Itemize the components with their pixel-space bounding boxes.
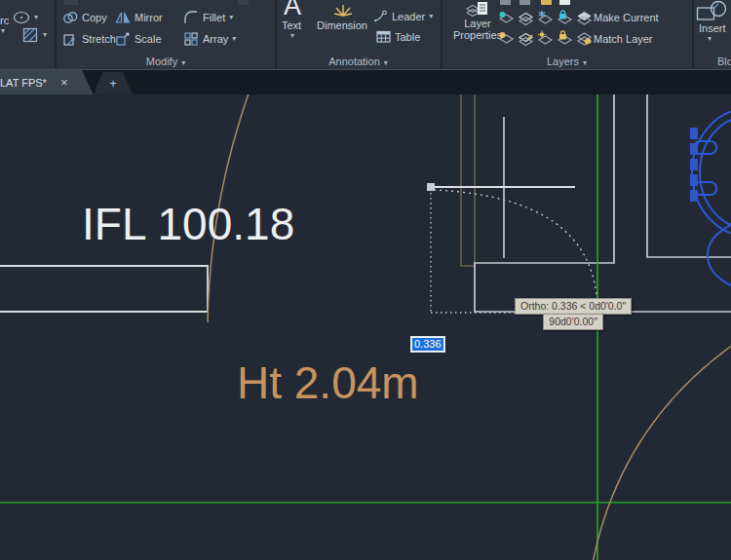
fillet-label: Fillet bbox=[203, 12, 225, 23]
stretch-button[interactable]: Stretch bbox=[62, 31, 116, 47]
layer-freeze-icon[interactable] bbox=[537, 10, 554, 26]
scale-button[interactable]: Scale bbox=[115, 31, 162, 47]
chevron-down-icon[interactable]: ▾ bbox=[229, 14, 233, 21]
drawing-tab-active[interactable]: LAT FPS* × bbox=[0, 70, 94, 94]
layer-on-icon[interactable] bbox=[498, 10, 515, 26]
leader-icon bbox=[372, 10, 388, 22]
array-label: Array bbox=[203, 33, 228, 45]
fillet-button[interactable]: Fillet ▾ bbox=[183, 10, 233, 25]
mirror-button[interactable]: Mirror bbox=[115, 10, 163, 25]
panel-draw-partial: rc ▾ ▾ ▾ bbox=[0, 0, 55, 70]
leader-button[interactable]: Leader ▾ bbox=[372, 10, 433, 22]
panel-annotation: A Text ▾ Dimension Leader ▾ Table Annota… bbox=[276, 0, 441, 70]
annotation-panel-label[interactable]: Annotation▾ bbox=[276, 56, 441, 67]
make-current-button[interactable]: Make Current bbox=[594, 12, 659, 23]
block-panel-label[interactable]: Blo bbox=[694, 56, 731, 67]
table-label: Table bbox=[395, 31, 420, 43]
drawing-canvas[interactable]: IFL 100.18 Ht 2.04m 0.336 Ortho: 0.336 <… bbox=[0, 94, 731, 560]
match-layer-icon[interactable] bbox=[576, 30, 593, 47]
layer-unlock-icon[interactable] bbox=[557, 30, 573, 47]
revision-cloud-button[interactable]: ▾ bbox=[13, 11, 38, 24]
text-button[interactable]: Text bbox=[282, 19, 301, 31]
grip-square[interactable] bbox=[427, 183, 435, 191]
array-icon bbox=[183, 31, 199, 47]
cut-icon-fragment bbox=[64, 0, 78, 5]
layer-pencil-icon[interactable] bbox=[518, 30, 534, 47]
panel-modify: Copy Mirror Fillet ▾ Stretch Scale bbox=[57, 0, 275, 70]
ribbon: rc ▾ ▾ ▾ Copy Mir bbox=[0, 0, 731, 70]
insert-label: Insert bbox=[699, 22, 726, 34]
insert-button[interactable]: Insert bbox=[699, 22, 726, 34]
panel-layers: Layer Properties Make Current bbox=[442, 0, 692, 70]
chevron-down-icon[interactable]: ▾ bbox=[429, 13, 433, 20]
mirror-label: Mirror bbox=[135, 12, 163, 23]
file-tab-bar: LAT FPS* × + bbox=[0, 70, 731, 94]
scale-label: Scale bbox=[135, 33, 162, 45]
chevron-down-icon: ▾ bbox=[384, 58, 388, 67]
cut-icon-fragment bbox=[559, 0, 570, 5]
cut-icon-fragment bbox=[519, 0, 530, 5]
revision-cloud-icon bbox=[13, 11, 30, 24]
insert-block-icon[interactable] bbox=[696, 0, 729, 21]
stretch-label: Stretch bbox=[82, 33, 116, 45]
preview-arc-dotted bbox=[434, 190, 597, 310]
dynamic-input-value: 0.336 bbox=[412, 338, 443, 351]
hatch-button[interactable]: ▾ bbox=[22, 27, 47, 43]
drawing-tab-label: LAT FPS* bbox=[0, 77, 47, 89]
match-layer-button[interactable]: Match Layer bbox=[594, 33, 653, 45]
text-label: Text bbox=[282, 19, 301, 31]
make-current-icon[interactable] bbox=[576, 10, 593, 26]
copy-button[interactable]: Copy bbox=[62, 10, 107, 25]
make-current-label: Make Current bbox=[594, 12, 659, 23]
text-tool-icon[interactable]: A bbox=[284, 0, 301, 21]
fillet-icon bbox=[183, 10, 199, 25]
layer-thaw-icon[interactable] bbox=[537, 30, 554, 47]
scale-icon bbox=[115, 31, 131, 47]
match-layer-label: Match Layer bbox=[594, 33, 653, 45]
hatch-icon bbox=[22, 27, 39, 43]
table-button[interactable]: Table bbox=[376, 30, 420, 43]
leader-label: Leader bbox=[392, 11, 425, 22]
cut-icon-fragment bbox=[541, 0, 552, 5]
dimension-button[interactable]: Dimension bbox=[317, 19, 367, 31]
mirror-icon bbox=[115, 10, 131, 25]
chevron-down-icon: ▾ bbox=[34, 14, 38, 21]
ortho-tooltip-line1: Ortho: 0.336 < 0d0'0.0" bbox=[515, 298, 632, 315]
dimension-icon[interactable] bbox=[332, 1, 354, 18]
chevron-down-icon[interactable]: ▾ bbox=[290, 32, 294, 40]
ortho-tooltip: Ortho: 0.336 < 0d0'0.0" 90d0'0.00" bbox=[515, 298, 632, 330]
chevron-down-icon[interactable]: ▾ bbox=[232, 35, 236, 43]
cut-icon-fragment bbox=[500, 0, 511, 5]
arc-tool-partial[interactable]: rc bbox=[0, 15, 9, 26]
copy-icon bbox=[62, 10, 78, 25]
copy-label: Copy bbox=[82, 12, 107, 23]
stretch-icon bbox=[62, 31, 78, 47]
chevron-down-icon[interactable]: ▾ bbox=[1, 27, 5, 35]
dimension-label: Dimension bbox=[317, 19, 367, 31]
panel-block-partial: Insert ▾ Blo bbox=[694, 0, 731, 70]
layer-lock-icon[interactable] bbox=[557, 10, 573, 26]
ortho-tooltip-line2: 90d0'0.00" bbox=[543, 314, 603, 330]
close-tab-icon[interactable]: × bbox=[60, 76, 68, 89]
new-tab-button[interactable]: + bbox=[94, 72, 133, 94]
chevron-down-icon: ▾ bbox=[43, 31, 47, 39]
chevron-down-icon[interactable]: ▾ bbox=[708, 35, 712, 43]
arc-label-fragment: rc bbox=[0, 15, 9, 26]
array-button[interactable]: Array ▾ bbox=[183, 31, 236, 47]
layer-properties-icon[interactable] bbox=[466, 0, 488, 18]
chevron-down-icon: ▾ bbox=[181, 58, 185, 67]
plus-icon: + bbox=[109, 76, 117, 91]
layers-panel-label[interactable]: Layers▾ bbox=[442, 56, 692, 67]
dynamic-input-field[interactable]: 0.336 bbox=[410, 336, 445, 353]
layer-off-icon[interactable] bbox=[498, 30, 515, 47]
layer-edit-icon[interactable] bbox=[518, 10, 534, 26]
chevron-down-icon: ▾ bbox=[583, 58, 587, 67]
modify-panel-label[interactable]: Modify▾ bbox=[57, 56, 275, 67]
table-icon bbox=[376, 30, 391, 43]
cut-icon-fragment bbox=[238, 0, 249, 5]
